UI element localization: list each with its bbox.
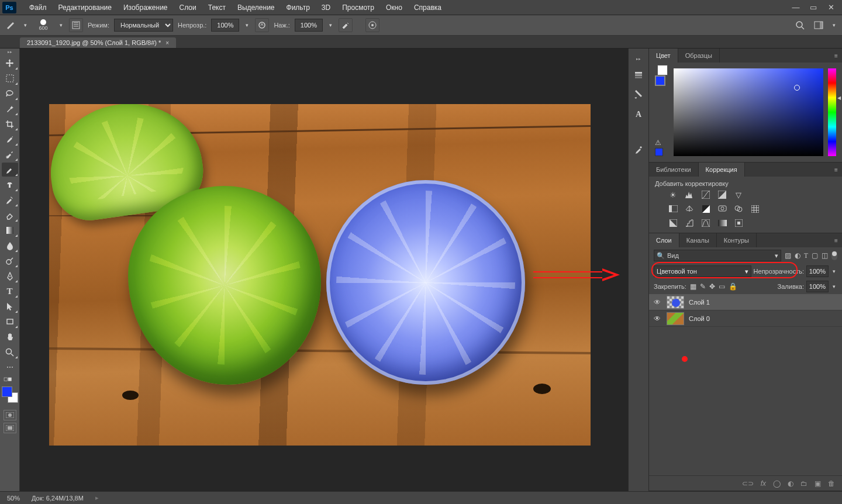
threshold-icon[interactable] bbox=[700, 218, 711, 228]
new-layer-icon[interactable]: ▣ bbox=[815, 479, 821, 488]
color-field[interactable] bbox=[674, 68, 823, 156]
nearest-color-swatch[interactable] bbox=[655, 148, 663, 156]
menu-filter[interactable]: Фильтр bbox=[281, 1, 316, 14]
chevron-down-icon[interactable]: ▾ bbox=[22, 22, 29, 28]
delete-layer-icon[interactable]: 🗑 bbox=[828, 479, 835, 488]
chevron-down-icon[interactable]: ▾ bbox=[327, 22, 334, 28]
mini-fg-swatch[interactable] bbox=[655, 75, 665, 86]
dock-expand-icon[interactable]: ▸▸ bbox=[629, 57, 648, 61]
edit-toolbar[interactable]: ⋯ bbox=[2, 360, 18, 374]
path-selection-tool[interactable] bbox=[2, 299, 18, 313]
panel-menu-icon[interactable]: ≡ bbox=[830, 233, 842, 247]
posterize-icon[interactable] bbox=[684, 218, 695, 228]
move-tool[interactable] bbox=[2, 56, 18, 70]
tab-swatches[interactable]: Образцы bbox=[678, 49, 720, 63]
layer-filter-toggle[interactable] bbox=[831, 251, 837, 260]
blur-tool[interactable] bbox=[2, 239, 18, 253]
visibility-toggle-icon[interactable]: 👁 bbox=[654, 298, 662, 306]
layer-thumbnail[interactable] bbox=[667, 312, 684, 325]
layer-list[interactable]: 👁 Слой 1 👁 Слой 0 bbox=[649, 294, 842, 475]
brush-preview[interactable]: 600 bbox=[33, 17, 53, 33]
window-maximize[interactable]: ▭ bbox=[805, 1, 822, 14]
lock-transparency-icon[interactable]: ▦ bbox=[690, 282, 696, 291]
tab-channels[interactable]: Каналы bbox=[679, 233, 717, 247]
marquee-tool[interactable] bbox=[2, 71, 18, 85]
menu-layers[interactable]: Слои bbox=[174, 1, 202, 14]
link-layers-icon[interactable]: ⊂⊃ bbox=[742, 479, 754, 488]
layer-item[interactable]: 👁 Слой 0 bbox=[649, 310, 842, 327]
mini-bg-swatch[interactable] bbox=[657, 65, 668, 75]
menu-select[interactable]: Выделение bbox=[232, 1, 281, 14]
filter-smart-icon[interactable]: ◫ bbox=[822, 251, 828, 260]
color-balance-icon[interactable] bbox=[684, 203, 695, 214]
lasso-tool[interactable] bbox=[2, 87, 18, 101]
window-close[interactable]: ✕ bbox=[822, 1, 840, 14]
zoom-level[interactable]: 50% bbox=[7, 495, 20, 502]
workspace-switcher-icon[interactable] bbox=[812, 19, 825, 32]
magic-wand-tool[interactable] bbox=[2, 102, 18, 116]
rectangle-tool[interactable] bbox=[2, 315, 18, 329]
tab-layers[interactable]: Слои bbox=[649, 233, 679, 247]
hand-tool[interactable] bbox=[2, 330, 18, 344]
type-tool[interactable]: T bbox=[2, 284, 18, 298]
eyedropper-tool[interactable] bbox=[2, 132, 18, 146]
layer-item[interactable]: 👁 Слой 1 bbox=[649, 294, 842, 310]
search-icon[interactable] bbox=[793, 19, 806, 32]
curves-icon[interactable] bbox=[700, 189, 711, 200]
default-colors-icon[interactable]: ◻◼ bbox=[2, 375, 18, 382]
eraser-tool[interactable] bbox=[2, 208, 18, 222]
flow-input[interactable] bbox=[295, 19, 323, 32]
selective-color-icon[interactable] bbox=[733, 218, 744, 228]
invert-icon[interactable] bbox=[668, 218, 678, 228]
panel-menu-icon[interactable]: ≡ bbox=[830, 49, 842, 63]
document-canvas[interactable] bbox=[49, 104, 591, 446]
healing-brush-tool[interactable] bbox=[2, 147, 18, 161]
chevron-down-icon[interactable]: ▾ bbox=[831, 284, 837, 289]
chevron-down-icon[interactable]: ▾ bbox=[831, 268, 837, 274]
status-menu-arrow-icon[interactable]: ▸ bbox=[95, 494, 99, 502]
menu-3d[interactable]: 3D bbox=[316, 1, 336, 14]
gradient-map-icon[interactable] bbox=[717, 218, 727, 228]
new-group-icon[interactable]: 🗀 bbox=[800, 479, 808, 488]
history-panel-icon[interactable] bbox=[632, 68, 645, 81]
new-adjustment-layer-icon[interactable]: ◐ bbox=[788, 479, 793, 488]
photo-filter-icon[interactable] bbox=[717, 203, 727, 214]
blend-mode-select[interactable]: Цветовой тон ▾ bbox=[654, 265, 751, 277]
menu-image[interactable]: Изображение bbox=[118, 1, 174, 14]
menu-file[interactable]: Файл bbox=[23, 1, 53, 14]
lock-artboard-icon[interactable]: ▭ bbox=[719, 282, 725, 291]
menu-text[interactable]: Текст bbox=[202, 1, 232, 14]
tab-paths[interactable]: Контуры bbox=[717, 233, 757, 247]
history-brush-tool[interactable] bbox=[2, 193, 18, 207]
canvas-area[interactable] bbox=[20, 49, 628, 491]
window-minimize[interactable]: — bbox=[787, 1, 805, 14]
filter-type-icon[interactable]: T bbox=[804, 251, 808, 260]
add-mask-icon[interactable]: ◯ bbox=[773, 479, 781, 488]
pen-tool[interactable] bbox=[2, 269, 18, 283]
pressure-opacity-toggle[interactable] bbox=[255, 18, 269, 32]
opacity-input[interactable] bbox=[211, 19, 239, 32]
brush-panel-toggle[interactable] bbox=[69, 18, 83, 32]
tool-preset-icon[interactable] bbox=[5, 19, 18, 32]
document-tab[interactable]: 2133091_1920.jpg @ 50% (Слой 1, RGB/8#) … bbox=[20, 37, 176, 48]
fill-input[interactable] bbox=[806, 281, 829, 292]
layer-thumbnail[interactable] bbox=[667, 296, 684, 309]
lock-pixels-icon[interactable]: ✎ bbox=[700, 282, 706, 291]
gamut-warning-icon[interactable]: ⚠ bbox=[655, 139, 669, 147]
close-icon[interactable]: × bbox=[165, 40, 169, 46]
levels-icon[interactable] bbox=[684, 189, 695, 200]
clone-stamp-tool[interactable] bbox=[2, 178, 18, 192]
hue-saturation-icon[interactable] bbox=[668, 203, 678, 214]
airbrush-toggle[interactable] bbox=[339, 18, 353, 32]
gradient-tool[interactable] bbox=[2, 223, 18, 237]
filter-pixel-icon[interactable]: ▨ bbox=[785, 251, 791, 260]
foreground-color-swatch[interactable] bbox=[2, 386, 12, 397]
layer-effects-icon[interactable]: fx bbox=[761, 479, 766, 488]
tab-color[interactable]: Цвет bbox=[649, 49, 678, 63]
menu-edit[interactable]: Редактирование bbox=[53, 1, 118, 14]
black-white-icon[interactable] bbox=[700, 203, 711, 214]
zoom-tool[interactable] bbox=[2, 345, 18, 359]
blend-mode-select[interactable]: Нормальный bbox=[114, 19, 173, 32]
color-swatches[interactable] bbox=[2, 386, 18, 403]
lock-all-icon[interactable]: 🔒 bbox=[729, 282, 737, 291]
